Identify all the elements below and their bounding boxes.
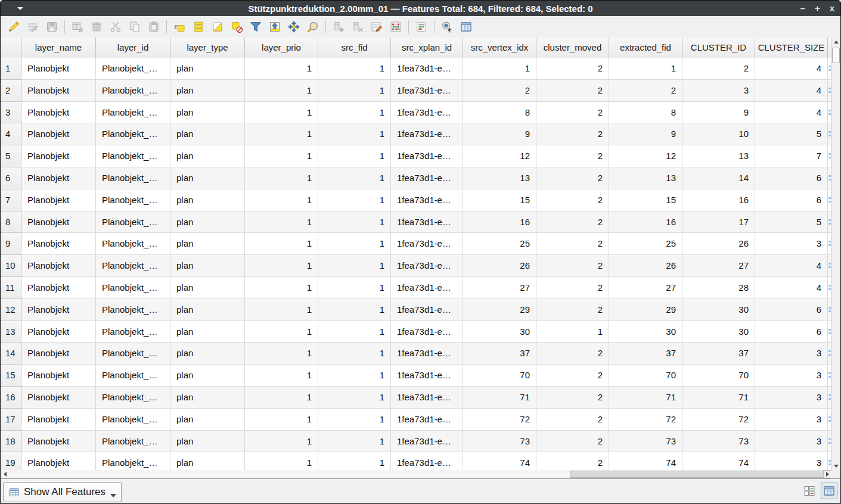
minimize-button[interactable]: – (800, 1, 805, 16)
cell-CLUSTER_ID[interactable]: 71 (682, 387, 755, 409)
cell-src_xplan_id[interactable]: 1fea73d1-e… (391, 255, 463, 277)
cell-layer_id[interactable]: Planobjekt_… (96, 167, 170, 189)
cell-src_xplan_id[interactable]: 1fea73d1-e… (391, 145, 463, 167)
cell-cluster_moved[interactable]: 2 (536, 409, 609, 431)
cell-layer_type[interactable]: plan (170, 123, 245, 145)
cell-CLUSTER_SIZE[interactable]: 7 (755, 145, 828, 167)
actions-button[interactable] (440, 19, 454, 35)
cell-extracted_fid[interactable]: 15 (609, 189, 682, 211)
cell-layer_name[interactable]: Planobjekt (21, 167, 96, 189)
cell-layer_id[interactable]: Planobjekt_… (96, 321, 170, 343)
cell-layer_id[interactable]: Planobjekt_… (96, 80, 170, 102)
cell-CLUSTER_ID[interactable]: 28 (682, 277, 755, 299)
cell-CLUSTER_SIZE[interactable]: 6 (755, 189, 828, 211)
cell-src_fid[interactable]: 1 (318, 299, 391, 321)
row-number[interactable]: 15 (1, 365, 21, 387)
cell-src_xplan_id[interactable]: 1fea73d1-e… (391, 299, 463, 321)
zoom-to-selection-button[interactable] (306, 19, 320, 35)
cell-src_vertex_idx[interactable]: 30 (463, 321, 536, 343)
cell-layer_id[interactable]: Planobjekt_… (96, 409, 170, 431)
cell-CLUSTER_SIZE[interactable]: 4 (755, 58, 828, 80)
cell-layer_name[interactable]: Planobjekt (21, 343, 96, 365)
cell-src_vertex_idx[interactable]: 1 (463, 58, 536, 80)
cell-extracted_fid[interactable]: 71 (609, 387, 682, 409)
cell-CLUSTER_ID[interactable]: 16 (682, 189, 755, 211)
row-number[interactable]: 1 (1, 58, 21, 80)
cell-layer_type[interactable]: plan (170, 365, 245, 387)
cell-layer_prio[interactable]: 1 (245, 123, 318, 145)
cell-src_vertex_idx[interactable]: 8 (463, 102, 536, 124)
form-view-button[interactable] (801, 483, 818, 499)
cell-CLUSTER_SIZE[interactable]: 3 (755, 233, 828, 255)
cell-CLUSTER_ID[interactable]: 2 (682, 58, 755, 80)
cell-src_fid[interactable]: 1 (318, 80, 391, 102)
cell-cluster_moved[interactable]: 2 (536, 189, 609, 211)
cell-layer_prio[interactable]: 1 (245, 189, 318, 211)
cell-CLUSTER_SIZE[interactable]: 4 (755, 80, 828, 102)
cell-extracted_fid[interactable]: 70 (609, 365, 682, 387)
cell-src_vertex_idx[interactable]: 9 (463, 123, 536, 145)
cell-src_vertex_idx[interactable]: 12 (463, 145, 536, 167)
cell-layer_id[interactable]: Planobjekt_… (96, 58, 170, 80)
row-number[interactable]: 18 (1, 431, 21, 453)
cell-src_vertex_idx[interactable]: 16 (463, 211, 536, 234)
cell-src_xplan_id[interactable]: 1fea73d1-e… (391, 211, 463, 234)
cell-src_fid[interactable]: 1 (318, 58, 391, 80)
cell-layer_name[interactable]: Planobjekt (21, 452, 96, 470)
cell-layer_id[interactable]: Planobjekt_… (96, 452, 170, 470)
cell-src_vertex_idx[interactable]: 15 (463, 189, 536, 211)
cell-src_fid[interactable]: 1 (318, 211, 391, 234)
cell-src_xplan_id[interactable]: 1fea73d1-e… (391, 409, 463, 431)
cell-layer_prio[interactable]: 1 (245, 145, 318, 167)
cell-layer_id[interactable]: Planobjekt_… (96, 102, 170, 124)
cell-layer_name[interactable]: Planobjekt (21, 233, 96, 255)
cell-src_xplan_id[interactable]: 1fea73d1-e… (391, 277, 463, 299)
row-number[interactable]: 3 (1, 102, 21, 124)
column-header-src_vertex_idx[interactable]: src_vertex_idx (463, 38, 536, 58)
cell-src_xplan_id[interactable]: 1fea73d1-e… (391, 387, 463, 409)
scroll-left-button[interactable] (1, 470, 10, 478)
column-header-src_fid[interactable]: src_fid (318, 38, 391, 58)
cell-CLUSTER_SIZE[interactable]: 4 (755, 255, 828, 277)
cell-extracted_fid[interactable]: 26 (609, 255, 682, 277)
cell-layer_name[interactable]: Planobjekt (21, 365, 96, 387)
select-by-form-button[interactable] (249, 19, 263, 35)
cell-src_vertex_idx[interactable]: 2 (463, 80, 536, 102)
cell-src_fid[interactable]: 1 (318, 343, 391, 365)
cell-src_xplan_id[interactable]: 1fea73d1-e… (391, 167, 463, 189)
cell-CLUSTER_SIZE[interactable]: 4 (755, 102, 828, 124)
horizontal-scroll-thumb[interactable] (570, 471, 825, 478)
cell-extracted_fid[interactable]: 8 (609, 102, 682, 124)
cell-src_xplan_id[interactable]: 1fea73d1-e… (391, 102, 463, 124)
cell-layer_name[interactable]: Planobjekt (21, 58, 96, 80)
cell-layer_type[interactable]: plan (170, 387, 245, 409)
vertical-scrollbar[interactable] (831, 38, 840, 470)
cell-CLUSTER_SIZE[interactable]: 3 (755, 387, 828, 409)
cell-cluster_moved[interactable]: 2 (536, 343, 609, 365)
row-number[interactable]: 14 (1, 343, 21, 365)
cell-CLUSTER_SIZE[interactable]: 3 (755, 409, 828, 431)
cell-src_fid[interactable]: 1 (318, 145, 391, 167)
cell-layer_type[interactable]: plan (170, 277, 245, 299)
cell-layer_prio[interactable]: 1 (245, 387, 318, 409)
cell-layer_prio[interactable]: 1 (245, 211, 318, 234)
cell-extracted_fid[interactable]: 25 (609, 233, 682, 255)
cell-CLUSTER_ID[interactable]: 72 (682, 409, 755, 431)
cell-extracted_fid[interactable]: 13 (609, 167, 682, 189)
cell-src_xplan_id[interactable]: 1fea73d1-e… (391, 365, 463, 387)
cell-cluster_moved[interactable]: 2 (536, 80, 609, 102)
cell-layer_type[interactable]: plan (170, 211, 245, 234)
cell-cluster_moved[interactable]: 2 (536, 452, 609, 470)
cell-src_vertex_idx[interactable]: 71 (463, 387, 536, 409)
cell-layer_type[interactable]: plan (170, 343, 245, 365)
cell-src_vertex_idx[interactable]: 27 (463, 277, 536, 299)
cell-layer_name[interactable]: Planobjekt (21, 409, 96, 431)
cell-layer_name[interactable]: Planobjekt (21, 145, 96, 167)
cell-layer_name[interactable]: Planobjekt (21, 211, 96, 234)
cell-src_fid[interactable]: 1 (318, 233, 391, 255)
cell-extracted_fid[interactable]: 9 (609, 123, 682, 145)
cell-CLUSTER_SIZE[interactable]: 5 (755, 211, 828, 234)
cell-CLUSTER_ID[interactable]: 14 (682, 167, 755, 189)
cell-CLUSTER_ID[interactable]: 30 (682, 321, 755, 343)
cell-layer_name[interactable]: Planobjekt (21, 299, 96, 321)
